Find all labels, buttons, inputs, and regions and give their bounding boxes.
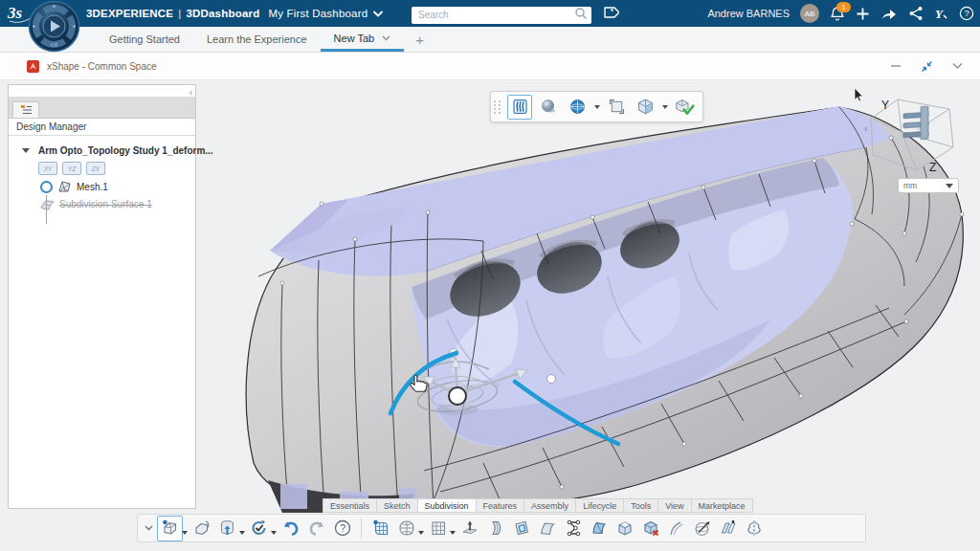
panel-title: Design Manager <box>9 119 195 136</box>
tab-sketch[interactable]: Sketch <box>376 498 417 513</box>
restore-icon[interactable] <box>921 60 933 73</box>
loop-button[interactable] <box>508 516 534 541</box>
view-cube[interactable] <box>861 94 969 182</box>
tree-item-mesh[interactable]: Mesh.1 <box>9 178 195 195</box>
collapse-icon[interactable] <box>952 62 963 70</box>
search-icon[interactable] <box>574 7 588 20</box>
units-value: mm <box>903 181 917 190</box>
navigation-globe-button[interactable] <box>565 95 590 120</box>
dashboard-tab-bar: Getting Started Learn the Experience New… <box>0 27 980 53</box>
toolbar-grip[interactable] <box>494 100 501 114</box>
xy-plane-icon[interactable]: XY <box>38 162 57 175</box>
help-button[interactable]: ? <box>959 6 974 21</box>
grid-plane-icon <box>429 518 448 538</box>
offset-planes-button[interactable] <box>715 516 741 541</box>
subdivision-item-label[interactable]: Subdivision Surface 1 <box>59 199 152 209</box>
window-controls <box>890 53 963 79</box>
save-button[interactable] <box>214 516 240 541</box>
shell-button[interactable] <box>612 516 637 541</box>
save-dropdown-icon[interactable] <box>239 531 245 535</box>
cube-collapse-icon[interactable]: ‹ <box>864 122 868 134</box>
search-box[interactable] <box>412 5 591 22</box>
mesh-item-label[interactable]: Mesh.1 <box>77 182 108 192</box>
sweep-curve-button[interactable] <box>663 516 689 541</box>
user-name[interactable]: Andrew BARNES <box>707 8 790 19</box>
stripes-analysis-button[interactable] <box>507 95 532 120</box>
search-input[interactable] <box>412 7 591 24</box>
compass-vr-label: V.R <box>51 42 58 48</box>
tab-getting-started[interactable]: Getting Started <box>96 27 193 52</box>
redo-button[interactable] <box>303 516 329 541</box>
tab-features[interactable]: Features <box>476 498 524 513</box>
capture-icon <box>608 98 626 116</box>
pull-button[interactable] <box>457 516 482 541</box>
symmetry-button[interactable] <box>741 516 767 541</box>
help-tool-icon: ? <box>333 518 352 538</box>
dashboard-chevron-icon[interactable] <box>373 11 383 17</box>
polyline-button[interactable] <box>560 516 586 541</box>
share-button[interactable] <box>880 7 898 21</box>
delete-face-button[interactable] <box>637 516 663 541</box>
import-button[interactable] <box>189 516 214 541</box>
tab-learn-the-experience[interactable]: Learn the Experience <box>193 27 321 52</box>
grid-plane-dropdown-icon[interactable] <box>450 531 456 535</box>
tab-chevron-icon[interactable] <box>382 35 390 41</box>
view-cube-button[interactable] <box>633 95 657 120</box>
tab-view[interactable]: View <box>657 498 690 513</box>
zx-plane-icon[interactable]: ZX <box>86 162 105 175</box>
help-tool-button[interactable]: ? <box>329 516 355 541</box>
undo-button[interactable] <box>278 516 303 541</box>
yz-plane-icon[interactable]: YZ <box>62 162 81 175</box>
action-bar-collapse-icon[interactable] <box>142 525 155 531</box>
dashboard-name[interactable]: My First Dashboard <box>268 8 368 19</box>
manipulator-center-knob[interactable] <box>449 387 466 405</box>
subdivision-primitive-button[interactable] <box>393 516 419 541</box>
avatar[interactable]: AB <box>800 4 819 23</box>
fill-surface-button[interactable] <box>586 516 612 541</box>
manipulator-handle-dot-2[interactable] <box>547 375 556 384</box>
new-content-dropdown-icon[interactable] <box>182 531 188 535</box>
timeline-node-icon[interactable] <box>40 181 53 193</box>
grid-plane-button[interactable] <box>425 516 451 541</box>
shaded-sphere-button[interactable] <box>536 95 561 120</box>
root-item-label[interactable]: Arm Opto_Topology Study 1_deform... <box>38 145 213 156</box>
tab-lifecycle[interactable]: Lifecycle <box>575 498 623 513</box>
shell-icon <box>615 518 635 538</box>
minimize-icon[interactable] <box>890 60 902 72</box>
cube-dropdown-icon[interactable] <box>662 105 668 109</box>
sheet-button[interactable] <box>534 516 560 541</box>
3d-compass[interactable]: V.R <box>28 0 80 53</box>
add-tab-button[interactable]: + <box>404 27 435 52</box>
tab-essentials[interactable]: Essentials <box>323 498 376 513</box>
primitive-dropdown-icon[interactable] <box>418 531 424 535</box>
new-content-icon <box>161 518 180 538</box>
tab-design-tree[interactable] <box>12 101 39 118</box>
update-button[interactable] <box>246 516 272 541</box>
units-dropdown[interactable]: mm <box>898 178 959 193</box>
tab-subdivision[interactable]: Subdivision <box>417 498 476 513</box>
tab-assembly[interactable]: Assembly <box>523 498 575 513</box>
share-network-button[interactable] <box>908 6 924 21</box>
bend-button[interactable] <box>482 516 508 541</box>
swym-button[interactable]: Y <box>934 7 948 21</box>
quilt-surface-button[interactable] <box>368 516 393 541</box>
model-body[interactable] <box>246 106 964 513</box>
validate-button[interactable] <box>672 95 697 120</box>
add-content-button[interactable] <box>856 7 870 21</box>
notifications-button[interactable]: 1 <box>830 6 845 22</box>
tree-item-subdivision-surface[interactable]: Subdivision Surface 1 <box>9 195 195 212</box>
new-content-button[interactable] <box>157 516 183 541</box>
expand-arrow-icon[interactable] <box>22 148 30 153</box>
globe-dropdown-icon[interactable] <box>594 105 600 109</box>
panel-collapse-icon[interactable]: ‹ <box>189 87 192 98</box>
tag-icon[interactable] <box>601 4 619 22</box>
shaded-sphere-icon <box>540 98 558 116</box>
tab-tools[interactable]: Tools <box>623 498 657 513</box>
tab-marketplace[interactable]: Marketplace <box>691 498 753 513</box>
capture-button[interactable] <box>604 95 629 120</box>
brand-3ddashboard[interactable]: 3DDashboard <box>186 8 259 19</box>
tree-root-row[interactable]: Arm Opto_Topology Study 1_deform... <box>9 142 195 159</box>
tab-new-tab[interactable]: New Tab <box>321 27 405 52</box>
update-dropdown-icon[interactable] <box>271 531 277 535</box>
wrap-button[interactable] <box>689 516 715 541</box>
